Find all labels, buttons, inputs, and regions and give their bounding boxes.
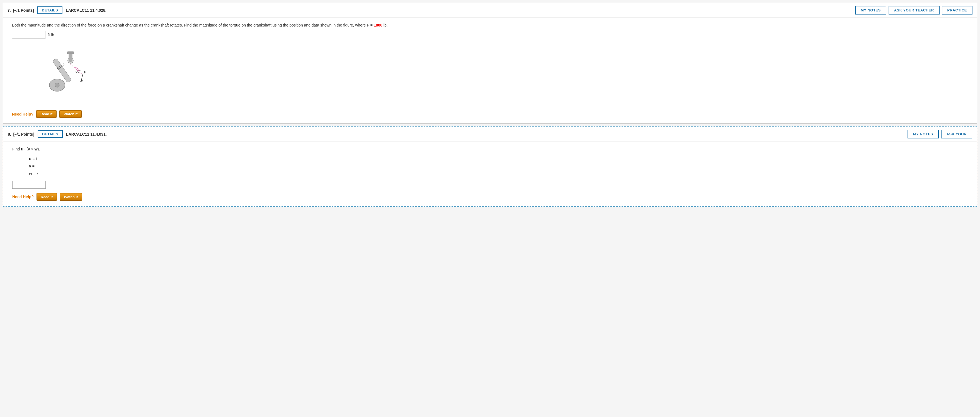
q8-var-v-line: v = j	[29, 163, 968, 170]
q8-need-help-label: Need Help?	[12, 195, 34, 199]
q8-eq-v: = j	[32, 163, 37, 170]
q7-figure: 60° F 0.16 ft	[34, 43, 95, 105]
svg-rect-3	[67, 52, 74, 54]
question-7-body: Both the magnitude and the direction of …	[3, 18, 977, 123]
question-8-header: 8. [–/1 Points] DETAILS LARCALC11 11.4.0…	[3, 127, 977, 142]
q8-eq-w: = k	[33, 170, 38, 177]
q8-var-w: w	[29, 170, 32, 177]
q8-answer-input[interactable]	[12, 181, 46, 189]
q8-question-id: LARCALC11 11.4.031.	[66, 132, 904, 136]
svg-rect-2	[69, 53, 72, 61]
q8-read-it-button[interactable]: Read It	[37, 193, 57, 201]
question-7-block: 7. [–/1 Points] DETAILS LARCALC11 11.4.0…	[3, 3, 977, 124]
q7-question-id: LARCALC11 11.4.028.	[66, 8, 852, 13]
q7-practice-button[interactable]: PRACTICE	[942, 6, 972, 14]
q7-need-help-row: Need Help? Read It Watch It	[12, 110, 968, 118]
q8-ask-teacher-button[interactable]: ASK YOUR	[941, 130, 972, 139]
question-7-number: 7. [–/1 Points]	[8, 8, 34, 13]
q8-details-button[interactable]: DETAILS	[38, 130, 63, 138]
q8-var-u-line: u = i	[29, 155, 968, 163]
q8-answer-row	[12, 181, 968, 189]
question-8-body: Find u · (v × w). u = i v = j w = k Need…	[3, 142, 977, 206]
q8-problem-text: Find u · (v × w).	[12, 146, 968, 152]
q8-var-v: v	[29, 163, 31, 170]
q7-answer-input[interactable]	[12, 31, 45, 39]
svg-text:60°: 60°	[76, 69, 81, 73]
q7-answer-row: ft-lb	[12, 31, 968, 39]
q7-need-help-label: Need Help?	[12, 112, 33, 117]
q7-crankshaft-svg: 60° F 0.16 ft	[34, 43, 95, 105]
q7-my-notes-button[interactable]: MY NOTES	[855, 6, 886, 14]
q7-problem-text: Both the magnitude and the direction of …	[12, 22, 968, 28]
q8-var-u: u	[29, 155, 32, 163]
q8-eq-u: = i	[33, 155, 37, 163]
q7-unit-label: ft-lb	[48, 33, 54, 37]
q7-num: 7. [–/1 Points]	[8, 8, 34, 13]
q8-my-notes-button[interactable]: MY NOTES	[908, 130, 939, 139]
svg-text:F: F	[84, 70, 86, 74]
q7-details-button[interactable]: DETAILS	[37, 6, 62, 14]
svg-point-5	[55, 83, 59, 87]
q7-watch-it-button[interactable]: Watch It	[59, 110, 82, 118]
q7-read-it-button[interactable]: Read It	[36, 110, 57, 118]
q8-num: 8. [–/1 Points]	[8, 132, 34, 136]
q7-force-unit: lb.	[383, 23, 388, 27]
q7-ask-teacher-button[interactable]: ASK YOUR TEACHER	[889, 6, 940, 14]
question-7-header: 7. [–/1 Points] DETAILS LARCALC11 11.4.0…	[3, 3, 977, 18]
q8-math-vars: u = i v = j w = k	[29, 155, 968, 177]
q8-text: Find u · (v × w).	[12, 147, 40, 151]
q8-var-w-line: w = k	[29, 170, 968, 177]
q8-watch-it-button[interactable]: Watch It	[60, 193, 82, 201]
q7-text-before: Both the magnitude and the direction of …	[12, 23, 373, 27]
q8-header-actions: MY NOTES ASK YOUR	[908, 130, 972, 139]
q7-force-value: 1800	[374, 23, 382, 27]
q8-need-help-row: Need Help? Read It Watch It	[12, 193, 968, 201]
q7-header-actions: MY NOTES ASK YOUR TEACHER PRACTICE	[855, 6, 972, 14]
question-8-number: 8. [–/1 Points]	[8, 132, 34, 136]
question-8-block: 8. [–/1 Points] DETAILS LARCALC11 11.4.0…	[3, 126, 977, 206]
